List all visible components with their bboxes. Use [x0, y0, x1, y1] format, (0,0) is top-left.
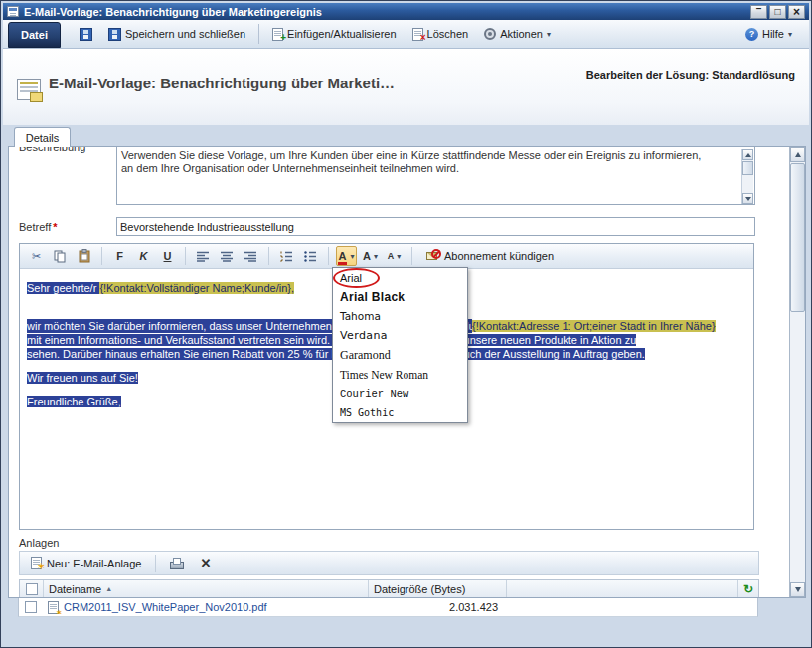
delete-button[interactable]: × Löschen — [406, 24, 476, 45]
attachment-filename[interactable]: ✶ CRM2011_ISV_WhitePaper_Nov2010.pdf — [43, 601, 368, 614]
form-header: Bearbeiten der Lösung: Standardlösung E-… — [3, 49, 809, 125]
toolbar-separator — [328, 247, 329, 265]
window-icon — [7, 6, 19, 17]
delete-icon: × — [412, 28, 423, 41]
bold-button[interactable]: F — [109, 246, 130, 266]
column-header-filename[interactable]: Dateiname ▲ — [44, 580, 369, 597]
scroll-up-icon[interactable] — [790, 147, 805, 162]
attachment-row[interactable]: ✶ CRM2011_ISV_WhitePaper_Nov2010.pdf 2.0… — [18, 598, 758, 617]
chevron-down-icon: ▾ — [788, 30, 792, 39]
font-menu-item-times[interactable]: Times New Roman — [333, 365, 467, 384]
save-icon — [80, 28, 92, 41]
paste-button[interactable] — [74, 246, 94, 266]
main-scrollbar[interactable] — [789, 147, 805, 597]
insert-update-button[interactable]: + Einfügen/Aktualisieren — [265, 24, 403, 45]
paste-icon — [79, 249, 90, 263]
toolbar-separator — [411, 247, 412, 265]
attachments-toolbar: ✶ Neu: E-Mail-Anlage ✕ — [19, 551, 759, 575]
underline-button[interactable]: U — [157, 246, 178, 266]
scissors-icon: ✂ — [32, 250, 41, 263]
minimize-button[interactable]: – — [750, 5, 767, 19]
save-and-close-button[interactable]: Speichern und schließen — [101, 24, 252, 45]
copy-icon — [54, 250, 67, 263]
chevron-down-icon: ▾ — [397, 252, 401, 261]
description-label: Beschreibung — [19, 146, 85, 153]
description-scrollbar[interactable] — [741, 149, 753, 204]
font-menu-item-verdana[interactable]: Verdana — [333, 326, 467, 345]
page-title: E-Mail-Vorlage: Benachrichtigung über Ma… — [49, 75, 395, 91]
save-button[interactable] — [73, 24, 99, 45]
font-menu-item-ms-gothic[interactable]: MS Gothic — [333, 404, 467, 422]
maximize-button[interactable]: □ — [769, 5, 786, 19]
column-header-filesize[interactable]: Dateigröße (Bytes) — [369, 580, 507, 597]
scroll-up-icon[interactable] — [742, 149, 753, 160]
scroll-thumb[interactable] — [790, 163, 805, 312]
attachment-filesize: 2.031.423 — [368, 601, 506, 613]
scroll-thumb[interactable] — [742, 161, 753, 175]
scroll-down-icon[interactable] — [742, 193, 753, 204]
delete-attachment-button[interactable]: ✕ — [194, 554, 217, 572]
font-name-button[interactable]: A ▾ — [336, 246, 357, 266]
description-text-line: an dem Ihre Organisation oder Unternehme… — [121, 162, 459, 174]
align-center-button[interactable] — [217, 246, 238, 266]
align-center-icon — [221, 251, 234, 262]
row-checkbox[interactable] — [19, 601, 43, 613]
select-all-checkbox[interactable] — [20, 580, 44, 597]
email-template-window: E-Mail-Vorlage: Benachrichtigung über Ma… — [0, 0, 812, 648]
greeting-line: Sehr geehrte/r {!Kontakt:Vollständiger N… — [27, 281, 294, 295]
chevron-down-icon: ▾ — [374, 252, 378, 261]
required-marker: * — [53, 221, 57, 233]
actions-button[interactable]: Aktionen ▾ — [477, 24, 558, 44]
bullet-list-button[interactable] — [300, 246, 321, 266]
gear-icon — [484, 28, 496, 40]
font-menu-item-courier[interactable]: Courier New — [333, 384, 467, 403]
attachments-section-label: Anlagen — [19, 537, 59, 549]
scroll-down-icon[interactable] — [790, 582, 805, 597]
ribbon-toolbar: Datei Speichern und schließen + Einfügen… — [3, 20, 809, 49]
font-menu-item-arial-black[interactable]: Arial Black — [333, 287, 467, 306]
shrink-font-button[interactable]: A ▾ — [384, 246, 405, 266]
description-textarea[interactable]: Verwenden Sie diese Vorlage, um Ihre Kun… — [116, 146, 755, 205]
refresh-icon: ↻ — [743, 582, 753, 596]
align-right-button[interactable] — [241, 246, 261, 266]
font-menu-item-garamond[interactable]: Garamond — [333, 346, 467, 365]
help-button[interactable]: ? Hilfe ▾ — [738, 24, 799, 45]
help-icon: ? — [745, 28, 758, 41]
close-button[interactable]: × — [788, 5, 805, 19]
grow-font-button[interactable]: A ▾ — [360, 246, 381, 266]
font-menu-item-tahoma[interactable]: Tahoma — [333, 307, 467, 326]
align-left-icon — [197, 251, 210, 262]
font-menu-item-arial[interactable]: Arial — [333, 268, 467, 287]
unsubscribe-button[interactable]: Abonnement kündigen — [419, 250, 560, 263]
solution-label: Bearbeiten der Lösung: Standardlösung — [586, 69, 795, 81]
chevron-down-icon: ▾ — [350, 252, 354, 261]
refresh-button[interactable]: ↻ — [738, 580, 758, 597]
window-title: E-Mail-Vorlage: Benachrichtigung über Ma… — [24, 6, 750, 18]
chevron-down-icon: ▾ — [547, 30, 551, 39]
print-button[interactable] — [164, 555, 190, 572]
subject-input[interactable] — [116, 217, 755, 236]
grid-header-filler — [507, 580, 738, 597]
copy-button[interactable] — [50, 246, 71, 266]
new-attachment-button[interactable]: ✶ Neu: E-Mail-Anlage — [25, 554, 147, 572]
sort-asc-icon: ▲ — [105, 585, 112, 592]
dynamic-field: {!Kontakt:Vollständiger Name;Kunde/in}, — [99, 282, 294, 294]
align-left-button[interactable] — [193, 246, 214, 266]
unsubscribe-icon — [425, 250, 439, 263]
editor-toolbar: ✂ F K U — [20, 244, 753, 269]
description-text-line: Verwenden Sie diese Vorlage, um Ihre Kun… — [121, 149, 701, 161]
toolbar-separator — [185, 247, 186, 265]
font-icon: A — [339, 251, 347, 262]
cut-button[interactable]: ✂ — [26, 246, 47, 266]
printer-icon — [170, 558, 184, 569]
save-close-icon — [108, 28, 121, 41]
italic-button[interactable]: K — [133, 246, 154, 266]
grow-font-icon: A — [363, 251, 371, 262]
numbered-list-button[interactable] — [276, 246, 297, 266]
align-right-icon — [244, 251, 257, 262]
delete-x-icon: ✕ — [200, 557, 211, 569]
tab-details[interactable]: Details — [14, 127, 71, 147]
toolbar-separator — [101, 247, 102, 265]
email-template-icon — [17, 79, 41, 100]
file-tab[interactable]: Datei — [8, 22, 61, 48]
